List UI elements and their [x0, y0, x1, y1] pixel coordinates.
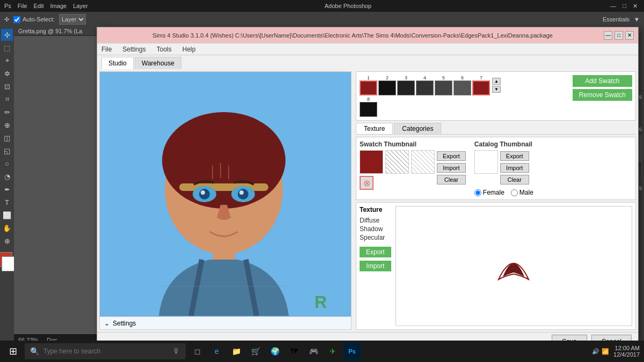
swatch-color-2[interactable] — [378, 80, 396, 95]
ps-workspace-icon[interactable]: ▼ — [634, 16, 640, 23]
ps-shape-tool[interactable]: ⬜ — [1, 209, 13, 221]
svg-point-20 — [238, 189, 248, 200]
taskbar-app-game[interactable]: 🎮 — [305, 343, 322, 360]
texture-type-specular[interactable]: Specular — [360, 234, 391, 241]
ps-window-controls[interactable]: — □ ✕ — [608, 3, 640, 10]
ps-menu-ps[interactable]: Ps — [4, 3, 11, 9]
ps-blur-tool[interactable]: ○ — [1, 158, 13, 169]
ps-menu-edit[interactable]: Edit — [34, 3, 44, 9]
ps-close-btn[interactable]: ✕ — [631, 3, 640, 10]
gender-female-label[interactable]: Female — [474, 189, 504, 196]
ps-auto-select-checkbox[interactable] — [13, 16, 20, 23]
swatch-thumb-red[interactable] — [360, 150, 383, 174]
ps-eyedropper-tool[interactable]: ⌗ — [1, 93, 13, 105]
ps-eraser-tool[interactable]: ◫ — [1, 132, 13, 144]
swatch-color-5[interactable] — [435, 80, 452, 95]
studio-menu-file[interactable]: File — [99, 45, 114, 54]
ps-maximize-btn[interactable]: □ — [620, 3, 628, 10]
taskbar-wifi-icon[interactable]: 📶 — [602, 348, 609, 355]
swatch-thumb-checker-2[interactable] — [411, 150, 435, 174]
swatch-export-btn[interactable]: Export — [437, 151, 466, 161]
search-icon: 🔍 — [30, 347, 39, 356]
texture-import-btn[interactable]: Import — [360, 261, 391, 271]
tab-categories[interactable]: Categories — [394, 123, 441, 134]
studio-menu-help[interactable]: Help — [180, 45, 198, 54]
swatch-3[interactable]: 3 — [397, 75, 415, 95]
swatch-color-3[interactable] — [397, 80, 415, 95]
taskbar-app-task-view[interactable]: ◻ — [189, 343, 206, 360]
studio-window: Sims 4 Studio 3.1.0.4 (Wishes) C:\Users\… — [97, 27, 639, 351]
ps-auto-select[interactable]: Auto-Select: — [13, 16, 55, 23]
studio-tab-warehouse[interactable]: Warehouse — [135, 57, 181, 69]
swatch-thumb-checker-1[interactable] — [385, 150, 409, 174]
ps-menu-layer[interactable]: Layer — [73, 3, 88, 9]
studio-close-btn[interactable]: ✕ — [625, 31, 634, 40]
swatch-color-4[interactable] — [416, 80, 434, 95]
swatch-7[interactable]: 7 — [472, 75, 490, 95]
taskbar-app-photoshop[interactable]: Ps — [343, 343, 361, 360]
ps-move-tool[interactable]: ✣ — [1, 29, 13, 41]
ps-menu-items[interactable]: Ps File Edit Image Layer — [4, 3, 88, 9]
ps-lasso-tool[interactable]: ⌖ — [1, 55, 13, 67]
swatch-color-8[interactable] — [360, 102, 377, 117]
ps-dodge-tool[interactable]: ◔ — [1, 171, 13, 182]
swatch-delete-btn[interactable]: ⊗ — [360, 176, 374, 190]
remove-swatch-button[interactable]: Remove Swatch — [573, 89, 632, 101]
studio-tab-studio[interactable]: Studio — [101, 57, 134, 69]
swatch-scroll-down[interactable]: ▼ — [492, 86, 501, 93]
taskbar-app-store[interactable]: 🛒 — [247, 343, 264, 360]
taskbar-app-chrome[interactable]: 🌍 — [266, 343, 283, 360]
ps-gradient-tool[interactable]: ◱ — [1, 145, 13, 157]
taskbar-search-box[interactable]: 🔍 🎙 — [25, 343, 186, 359]
ps-text-tool[interactable]: T — [1, 196, 13, 208]
ps-clone-tool[interactable]: ⊕ — [1, 119, 13, 131]
taskbar-app-edge[interactable]: e — [208, 343, 225, 360]
gender-male-radio[interactable] — [511, 189, 518, 196]
catalog-clear-btn[interactable]: Clear — [500, 175, 529, 184]
studio-minimize-btn[interactable]: — — [604, 31, 612, 40]
ps-menu-image[interactable]: Image — [50, 3, 67, 9]
ps-brush-tool[interactable]: ✏ — [1, 106, 13, 118]
search-input[interactable] — [43, 348, 169, 355]
swatch-2[interactable]: 2 — [378, 75, 396, 95]
taskbar-speakers-icon[interactable]: 🔊 — [592, 348, 599, 355]
ps-magic-wand-tool[interactable]: ✲ — [1, 68, 13, 79]
catalog-export-btn[interactable]: Export — [500, 151, 529, 161]
swatch-8[interactable]: 8 — [360, 97, 377, 117]
taskbar-app-maps[interactable]: 🗺 — [286, 343, 303, 360]
studio-section-tabs: Texture Categories — [356, 123, 636, 135]
start-button[interactable]: ⊞ — [4, 343, 21, 360]
taskbar-app-unknown1[interactable]: ✈ — [324, 343, 341, 360]
ps-pen-tool[interactable]: ✒ — [1, 183, 13, 195]
studio-menu-tools[interactable]: Tools — [155, 45, 174, 54]
ps-crop-tool[interactable]: ⊡ — [1, 80, 13, 92]
texture-type-diffuse[interactable]: Diffuse — [360, 217, 391, 224]
tab-texture[interactable]: Texture — [356, 123, 393, 134]
gender-male-label[interactable]: Male — [511, 189, 533, 196]
add-swatch-button[interactable]: Add Swatch — [573, 75, 632, 87]
swatch-color-7[interactable] — [472, 80, 490, 95]
swatch-clear-btn[interactable]: Clear — [437, 175, 466, 184]
swatch-6[interactable]: 6 — [453, 75, 471, 95]
ps-layer-select[interactable]: Layer — [59, 14, 86, 25]
gender-female-radio[interactable] — [474, 189, 481, 196]
swatch-4[interactable]: 4 — [416, 75, 434, 95]
swatch-scroll-up[interactable]: ▲ — [492, 78, 501, 85]
ps-menu-file[interactable]: File — [18, 3, 27, 9]
taskbar-app-explorer[interactable]: 📁 — [228, 343, 245, 360]
swatch-5[interactable]: 5 — [435, 75, 452, 95]
texture-export-btn[interactable]: Export — [360, 247, 391, 257]
texture-type-shadow[interactable]: Shadow — [360, 225, 391, 233]
catalog-thumb-img[interactable] — [474, 150, 498, 174]
ps-select-tool[interactable]: ⬚ — [1, 42, 13, 54]
swatch-color-1[interactable] — [360, 80, 377, 95]
ps-hand-tool[interactable]: ✋ — [1, 222, 13, 234]
swatch-color-6[interactable] — [453, 80, 471, 95]
catalog-import-btn[interactable]: Import — [500, 163, 529, 173]
ps-zoom-tool[interactable]: ⊕ — [1, 235, 13, 247]
studio-maximize-btn[interactable]: □ — [614, 31, 623, 40]
swatch-import-btn[interactable]: Import — [437, 163, 466, 173]
swatch-1[interactable]: 1 — [360, 75, 377, 95]
ps-minimize-btn[interactable]: — — [608, 3, 618, 10]
studio-menu-settings[interactable]: Settings — [120, 45, 148, 54]
